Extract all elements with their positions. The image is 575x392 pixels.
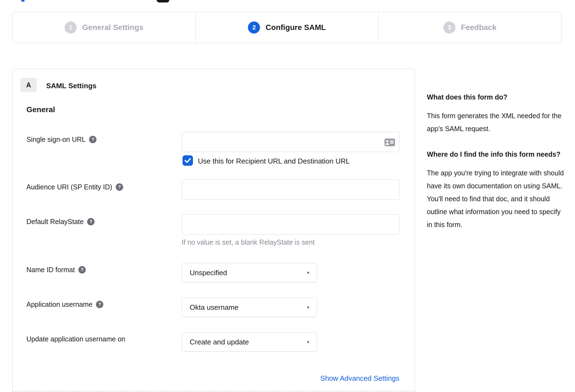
audience-uri-label-text: Audience URI (SP Entity ID) bbox=[26, 183, 112, 191]
select-value: Unspecified bbox=[190, 269, 227, 277]
help-icon[interactable]: ? bbox=[87, 218, 95, 225]
checkbox-label: Use this for Recipient URL and Destinati… bbox=[198, 157, 350, 165]
step-configure-saml[interactable]: 2 Configure SAML bbox=[195, 12, 378, 43]
sso-url-label: Single sign-on URL ? bbox=[26, 136, 96, 143]
update-username-label: Update application username on bbox=[26, 335, 125, 343]
sidebar-question-1: What does this form do? bbox=[427, 91, 566, 103]
step-number-badge: 1 bbox=[65, 21, 77, 34]
default-relaystate-label: Default RelayState ? bbox=[26, 218, 95, 226]
step-general-settings[interactable]: 1 General Settings bbox=[13, 12, 195, 43]
header-logo-fragment bbox=[21, 0, 24, 2]
help-icon[interactable]: ? bbox=[78, 266, 86, 274]
step-label: Feedback bbox=[461, 23, 496, 32]
section-title: SAML Settings bbox=[46, 82, 96, 90]
audience-uri-label: Audience URI (SP Entity ID) ? bbox=[26, 183, 123, 191]
relaystate-hint: If no value is set, a blank RelayState i… bbox=[182, 238, 315, 246]
application-username-select[interactable]: Okta username ▼ bbox=[182, 298, 317, 317]
help-sidebar: What does this form do? This form genera… bbox=[427, 91, 566, 244]
chevron-down-icon: ▼ bbox=[306, 270, 310, 275]
default-relaystate-input[interactable] bbox=[182, 214, 399, 234]
select-value: Create and update bbox=[190, 338, 249, 346]
select-value: Okta username bbox=[190, 303, 239, 312]
name-id-format-label-text: Name ID format bbox=[26, 266, 75, 274]
update-username-label-text: Update application username on bbox=[26, 335, 125, 343]
sso-url-label-text: Single sign-on URL bbox=[26, 136, 85, 143]
sidebar-answer-1: This form generates the XML needed for t… bbox=[427, 109, 566, 135]
name-id-format-select[interactable]: Unspecified ▼ bbox=[182, 263, 317, 282]
wizard-stepper: 1 General Settings 2 Configure SAML 3 Fe… bbox=[12, 12, 562, 43]
help-icon[interactable]: ? bbox=[116, 183, 123, 191]
section-divider bbox=[13, 391, 415, 392]
group-title-general: General bbox=[26, 105, 55, 114]
update-username-select[interactable]: Create and update ▼ bbox=[182, 332, 317, 352]
step-feedback[interactable]: 3 Feedback bbox=[378, 12, 561, 43]
chevron-down-icon: ▼ bbox=[306, 340, 310, 344]
step-label: Configure SAML bbox=[266, 23, 326, 32]
sidebar-question-2: Where do I find the info this form needs… bbox=[427, 148, 566, 161]
step-number-badge: 2 bbox=[248, 21, 260, 34]
sidebar-answer-2: The app you're trying to integrate with … bbox=[427, 167, 566, 231]
header-icon-fragment bbox=[157, 0, 169, 2]
default-relaystate-label-text: Default RelayState bbox=[26, 218, 84, 226]
chevron-down-icon: ▼ bbox=[306, 305, 310, 310]
single-sign-on-url-input[interactable] bbox=[182, 132, 399, 152]
step-number-badge: 3 bbox=[443, 21, 455, 34]
saml-settings-card: A SAML Settings General Single sign-on U… bbox=[12, 69, 415, 392]
checkmark-icon bbox=[184, 158, 191, 163]
application-username-label-text: Application username bbox=[26, 300, 92, 308]
show-advanced-settings-link[interactable]: Show Advanced Settings bbox=[182, 374, 399, 383]
audience-uri-input[interactable] bbox=[182, 180, 399, 200]
application-username-label: Application username ? bbox=[26, 300, 103, 308]
use-for-recipient-destination-checkbox[interactable] bbox=[183, 155, 193, 166]
help-icon[interactable]: ? bbox=[89, 136, 96, 143]
name-id-format-label: Name ID format ? bbox=[26, 266, 86, 274]
help-icon[interactable]: ? bbox=[96, 301, 103, 308]
step-label: General Settings bbox=[82, 23, 143, 32]
section-a-badge: A bbox=[20, 78, 37, 92]
